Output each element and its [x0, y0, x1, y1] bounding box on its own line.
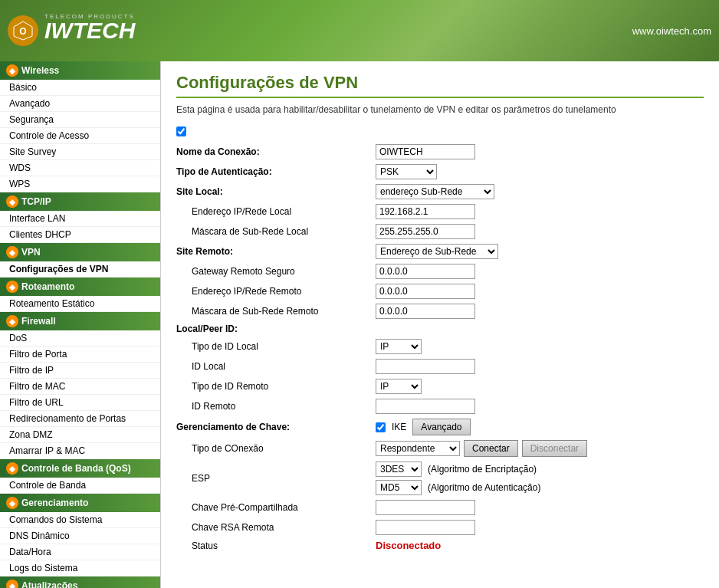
esp-row: ESP 3DES AES DES (Algoritmo de Encriptaç…	[176, 462, 704, 495]
gateway-remoto-row: Gateway Remoto Seguro	[176, 264, 704, 279]
banda-icon: ◆	[6, 462, 18, 475]
sidebar-item-filtro-ip[interactable]: Filtro de IP	[0, 363, 160, 379]
sidebar-header-tcpip: ◆ TCP/IP	[0, 192, 160, 211]
sidebar-item-amarrar-ip-mac[interactable]: Amarrar IP & MAC	[0, 443, 160, 459]
conectar-button[interactable]: Conectar	[464, 440, 518, 457]
id-remoto-input[interactable]	[376, 399, 475, 414]
sidebar-item-comandos[interactable]: Comandos do Sistema	[0, 512, 160, 528]
endereco-ip-remoto-row: Endereço IP/Rede Remoto	[176, 284, 704, 299]
header: O TELECOM PRODUCTS IWTECH www.oiwtech.co…	[0, 0, 719, 61]
vpn-icon: ◆	[6, 246, 18, 258]
mascara-remoto-row: Máscara de Sub-Rede Remoto	[176, 304, 704, 319]
sidebar-item-filtro-mac[interactable]: Filtro de MAC	[0, 379, 160, 395]
sidebar-item-controle-acesso[interactable]: Controle de Acesso	[0, 128, 160, 144]
sidebar-item-wps[interactable]: WPS	[0, 176, 160, 192]
sidebar-item-site-survey[interactable]: Site Survey	[0, 144, 160, 160]
logo-icon: O	[8, 15, 38, 46]
tipo-id-local-select[interactable]: IP FQDN Email	[376, 339, 422, 354]
algoritmo-auth-select[interactable]: MD5 SHA1	[376, 480, 422, 495]
enable-tunnel-row	[176, 126, 704, 136]
local-peer-label: Local/Peer ID:	[176, 324, 376, 334]
logo-sub-text: TELECOM PRODUCTS	[44, 13, 135, 20]
mascara-local-input[interactable]	[376, 224, 475, 239]
chave-pre-input[interactable]	[376, 500, 475, 515]
id-local-label: ID Local	[176, 361, 376, 372]
logo: O TELECOM PRODUCTS IWTECH	[8, 15, 135, 46]
mascara-remoto-input[interactable]	[376, 304, 475, 319]
id-local-input[interactable]	[376, 359, 475, 374]
id-remoto-row: ID Remoto	[176, 399, 704, 414]
gateway-remoto-input[interactable]	[376, 264, 475, 279]
disconectar-button[interactable]: Disconectar	[522, 440, 587, 457]
tipo-conexao-row: Tipo de COnexão Respondente Iniciador Am…	[176, 440, 704, 457]
enable-tunnel-checkbox[interactable]	[176, 126, 186, 136]
id-remoto-label: ID Remoto	[176, 401, 376, 412]
sidebar-item-vpn-config[interactable]: Configurações de VPN	[0, 261, 160, 278]
endereco-ip-remoto-label: Endereço IP/Rede Remoto	[176, 286, 376, 297]
roteamento-icon: ◆	[6, 281, 18, 293]
sidebar-header-firewall: ◆ Firewall	[0, 312, 160, 330]
sidebar-header-roteamento: ◆ Roteamento	[0, 278, 160, 296]
firewall-icon: ◆	[6, 315, 18, 327]
endereco-ip-remoto-input[interactable]	[376, 284, 475, 299]
page-desc: Esta página é usada para habilitar/desab…	[176, 104, 704, 115]
sidebar-header-gerenciamento: ◆ Gerenciamento	[0, 494, 160, 512]
sidebar-item-controle-banda[interactable]: Controle de Banda	[0, 478, 160, 494]
site-remoto-select[interactable]: Endereço de Sub-Rede Endereço IP	[376, 244, 498, 259]
endereco-ip-local-input[interactable]	[376, 204, 475, 219]
sidebar: ◆ Wireless Básico Avançado Segurança Con…	[0, 61, 161, 588]
mascara-local-label: Máscara de Sub-Rede Local	[176, 226, 376, 237]
site-local-select[interactable]: endereço Sub-Rede Endereço IP	[376, 184, 494, 199]
algoritmo-enc-desc: (Algoritmo de Encriptação)	[428, 464, 537, 475]
algoritmo-auth-desc: (Algoritmo de Autenticação)	[428, 482, 540, 493]
atualizacoes-icon: ◆	[6, 580, 18, 588]
sidebar-item-basico[interactable]: Básico	[0, 80, 160, 96]
sidebar-item-redirecionamento[interactable]: Redirecionamento de Portas	[0, 411, 160, 427]
tipo-conexao-label: Tipo de COnexão	[176, 443, 376, 454]
tipo-id-remoto-select[interactable]: IP FQDN Email	[376, 379, 422, 394]
algoritmo-enc-select[interactable]: 3DES AES DES	[376, 462, 422, 477]
sidebar-item-filtro-porta[interactable]: Filtro de Porta	[0, 347, 160, 363]
tipo-autenticacao-select[interactable]: PSK Certificado	[376, 164, 437, 179]
tipo-autenticacao-row: Tipo de Autenticação: PSK Certificado	[176, 164, 704, 179]
sidebar-item-data-hora[interactable]: Data/Hora	[0, 544, 160, 560]
header-url: www.oiwtech.com	[632, 25, 711, 37]
sidebar-item-seguranca[interactable]: Segurança	[0, 112, 160, 128]
ike-label: IKE	[392, 422, 406, 432]
site-remoto-label: Site Remoto:	[176, 246, 376, 257]
content-area: Configurações de VPN Esta página é usada…	[161, 61, 719, 588]
gateway-remoto-label: Gateway Remoto Seguro	[176, 266, 376, 277]
site-remoto-row: Site Remoto: Endereço de Sub-Rede Endere…	[176, 244, 704, 259]
sidebar-item-interface-lan[interactable]: Interface LAN	[0, 211, 160, 227]
tipo-id-local-row: Tipo de ID Local IP FQDN Email	[176, 339, 704, 354]
tipo-id-remoto-row: Tipo de ID Remoto IP FQDN Email	[176, 379, 704, 394]
sidebar-item-clientes-dhcp[interactable]: Clientes DHCP	[0, 227, 160, 243]
chave-rsa-row: Chave RSA Remota	[176, 520, 704, 535]
page-title: Configurações de VPN	[176, 73, 704, 98]
chave-rsa-label: Chave RSA Remota	[176, 522, 376, 533]
sidebar-item-filtro-url[interactable]: Filtro de URL	[0, 395, 160, 411]
wireless-icon: ◆	[6, 64, 18, 77]
sidebar-item-wds[interactable]: WDS	[0, 160, 160, 176]
site-local-row: Site Local: endereço Sub-Rede Endereço I…	[176, 184, 704, 199]
sidebar-header-vpn: ◆ VPN	[0, 243, 160, 261]
avancado-button[interactable]: Avançado	[412, 419, 470, 435]
sidebar-item-dos[interactable]: DoS	[0, 330, 160, 347]
sidebar-item-logs[interactable]: Logs do Sistema	[0, 560, 160, 577]
chave-rsa-input[interactable]	[376, 520, 475, 535]
status-row: Status Disconectado	[176, 540, 704, 551]
sidebar-item-zona-dmz[interactable]: Zona DMZ	[0, 427, 160, 443]
svg-text:O: O	[19, 26, 26, 37]
sidebar-item-dns-dinamico[interactable]: DNS Dinâmico	[0, 528, 160, 544]
tipo-conexao-select[interactable]: Respondente Iniciador Ambos	[376, 441, 460, 456]
tipo-id-local-label: Tipo de ID Local	[176, 341, 376, 352]
logo-main-text: IWTECH	[44, 18, 135, 43]
ike-checkbox[interactable]	[376, 422, 386, 432]
sidebar-item-roteamento-estatico[interactable]: Roteamento Estático	[0, 296, 160, 312]
sidebar-item-avancado[interactable]: Avançado	[0, 96, 160, 112]
tcpip-icon: ◆	[6, 195, 18, 208]
gerenciamento-icon: ◆	[6, 497, 18, 509]
gerenciamento-chave-row: Gerenciamento de Chave: IKE Avançado	[176, 419, 704, 435]
nome-conexao-input[interactable]	[376, 144, 475, 159]
endereco-ip-local-label: Endereço IP/Rede Local	[176, 206, 376, 217]
